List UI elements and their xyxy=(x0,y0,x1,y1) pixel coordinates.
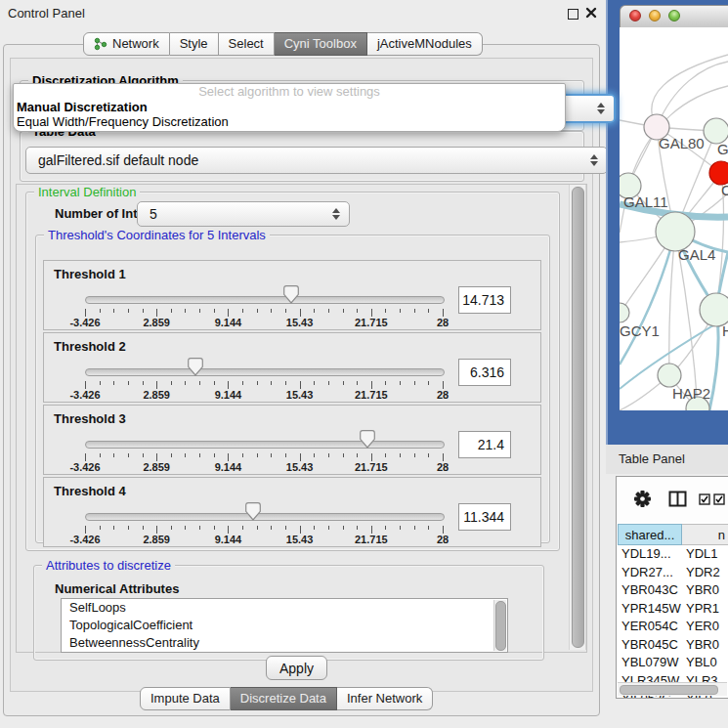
attribute-item-betweennesscentrality[interactable]: BetweennessCentrality xyxy=(62,634,507,652)
table-row[interactable]: YER054CYER0 xyxy=(618,618,728,636)
slider-tick xyxy=(199,381,200,385)
float-window-icon[interactable] xyxy=(568,9,578,20)
slider-thumb[interactable] xyxy=(283,285,299,304)
slider-tick xyxy=(185,381,186,385)
bottom-tab-discretize-data[interactable]: Discretize Data xyxy=(231,687,337,710)
number-of-intervals-combobox[interactable]: 5 xyxy=(137,201,350,227)
slider-track[interactable] xyxy=(85,441,445,449)
attributes-scrollbar-thumb[interactable] xyxy=(495,601,506,651)
attribute-item-topologicalcoefficient[interactable]: TopologicalCoefficient xyxy=(62,617,507,634)
slider-track[interactable] xyxy=(85,296,445,304)
table-cell-name[interactable]: YDL1 xyxy=(682,545,728,564)
settings-scrollbar-thumb[interactable] xyxy=(572,187,584,648)
gear-icon[interactable] xyxy=(634,491,651,507)
slider-thumb[interactable] xyxy=(188,358,203,376)
slider-tick xyxy=(314,381,315,385)
minimize-traffic-light[interactable] xyxy=(649,10,661,21)
slider-tick xyxy=(285,381,286,385)
apply-button[interactable]: Apply xyxy=(266,656,327,680)
network-node[interactable] xyxy=(656,212,695,251)
table-cell-shared-name[interactable]: YBR045C xyxy=(618,636,682,655)
slider-tick-label: 21.715 xyxy=(355,534,388,545)
table-row[interactable]: YBL079WYBL0 xyxy=(618,654,728,672)
attributes-scrollbar[interactable] xyxy=(493,600,506,651)
table-cell-shared-name[interactable]: YDR27... xyxy=(618,564,682,582)
attribute-item-selfloops[interactable]: SelfLoops xyxy=(62,599,507,617)
checkbox-icon[interactable] xyxy=(713,493,725,505)
split-view-icon[interactable] xyxy=(668,491,687,507)
slider-tick xyxy=(385,309,386,313)
tab-network[interactable]: Network xyxy=(83,32,170,56)
column-header-name[interactable]: n xyxy=(682,524,728,545)
tab-cyni-toolbox[interactable]: Cyni Toolbox xyxy=(275,32,367,56)
table-cell-name[interactable]: YBR0 xyxy=(682,636,728,655)
network-node[interactable] xyxy=(658,364,681,387)
slider-thumb[interactable] xyxy=(360,430,375,449)
table-cell-name[interactable]: YDR2 xyxy=(682,564,728,582)
close-traffic-light[interactable] xyxy=(629,10,641,21)
slider-tick-label: 2.859 xyxy=(143,461,170,473)
table-row[interactable]: YBR043CYBR0 xyxy=(618,581,728,600)
slider-tick xyxy=(414,309,415,313)
network-canvas[interactable]: GAL80GACGAL11GAL4GCY1HHAP2 xyxy=(620,27,728,410)
threshold-value-field[interactable]: 6.316 xyxy=(458,359,511,386)
slider-track[interactable] xyxy=(85,513,445,521)
table-row[interactable]: YDR27...YDR2 xyxy=(618,564,728,582)
threshold-value-field[interactable]: 21.4 xyxy=(458,431,511,458)
table-cell-shared-name[interactable]: YBL079W xyxy=(618,654,682,672)
combo-arrows-icon xyxy=(597,103,605,114)
table-cell-name[interactable]: YBR0 xyxy=(682,581,728,600)
table-horizontal-scrollbar[interactable] xyxy=(618,682,727,696)
slider-tick xyxy=(128,526,129,530)
slider-thumb[interactable] xyxy=(245,502,261,521)
dropdown-option-manual-discretization[interactable]: Manual Discretization xyxy=(14,100,565,114)
table-cell-shared-name[interactable]: YBR043C xyxy=(618,581,682,600)
table-row[interactable]: YDL19...YDL1 xyxy=(618,545,728,564)
tab-style[interactable]: Style xyxy=(170,32,219,56)
table-horizontal-scrollbar-thumb[interactable] xyxy=(620,685,718,695)
close-icon[interactable] xyxy=(585,7,597,19)
slider-tick xyxy=(242,381,243,385)
tab-select[interactable]: Select xyxy=(219,32,275,56)
network-node[interactable] xyxy=(620,303,629,322)
slider-thumb-glyph xyxy=(283,285,299,304)
numerical-attributes-list[interactable]: SelfLoopsTopologicalCoefficientBetweenne… xyxy=(61,598,508,653)
slider-tick xyxy=(171,453,172,457)
table-cell-shared-name[interactable]: YER054C xyxy=(618,618,682,636)
checkbox-icon[interactable] xyxy=(699,493,710,505)
control-panel: Control Panel NetworkStyleSelectCyni Too… xyxy=(0,0,604,728)
slider-tick xyxy=(214,309,215,313)
tab-jactivemnodules[interactable]: jActiveMNodules xyxy=(367,32,483,56)
table-row[interactable]: YPR145WYPR1 xyxy=(618,600,728,619)
top-tab-bar: NetworkStyleSelectCyni ToolboxjActiveMNo… xyxy=(83,32,483,56)
slider-tick xyxy=(199,309,200,313)
bottom-tab-label: Discretize Data xyxy=(240,688,326,709)
table-cell-name[interactable]: YER0 xyxy=(682,618,728,636)
table-data-combobox[interactable]: galFiltered.sif default node xyxy=(25,147,608,174)
zoom-traffic-light[interactable] xyxy=(668,10,680,21)
table-cell-name[interactable]: YBL0 xyxy=(682,654,728,672)
network-window-titlebar[interactable] xyxy=(620,5,728,28)
table-cell-shared-name[interactable]: YDL19... xyxy=(618,545,682,564)
slider-tick xyxy=(85,453,86,461)
threshold-value-field[interactable]: 11.344 xyxy=(458,503,511,531)
settings-scrollbar[interactable] xyxy=(569,185,586,650)
bottom-tab-infer-network[interactable]: Infer Network xyxy=(337,687,433,710)
threshold-value-field[interactable]: 14.713 xyxy=(458,286,511,314)
slider-tick xyxy=(171,309,172,313)
dropdown-option-equal-width-frequency-discretization[interactable]: Equal Width/Frequency Discretization xyxy=(14,114,565,129)
network-graph[interactable]: GAL80GACGAL11GAL4GCY1HHAP2 xyxy=(620,27,728,410)
table-row[interactable]: YBR045CYBR0 xyxy=(618,636,728,655)
slider-tick xyxy=(371,453,372,461)
slider-tick xyxy=(143,453,144,457)
network-node[interactable] xyxy=(700,293,728,326)
slider-tick xyxy=(400,453,401,457)
table-cell-name[interactable]: YPR1 xyxy=(682,600,728,619)
slider-track[interactable] xyxy=(85,368,445,376)
column-header-shared-name[interactable]: shared... xyxy=(618,524,682,545)
slider-tick xyxy=(143,526,144,530)
slider-tick xyxy=(400,381,401,385)
table-cell-shared-name[interactable]: YPR145W xyxy=(618,600,682,619)
bottom-tab-impute-data[interactable]: Impute Data xyxy=(140,687,231,710)
table-rows: YDL19...YDL1YDR27...YDR2YBR043CYBR0YPR14… xyxy=(618,545,728,699)
